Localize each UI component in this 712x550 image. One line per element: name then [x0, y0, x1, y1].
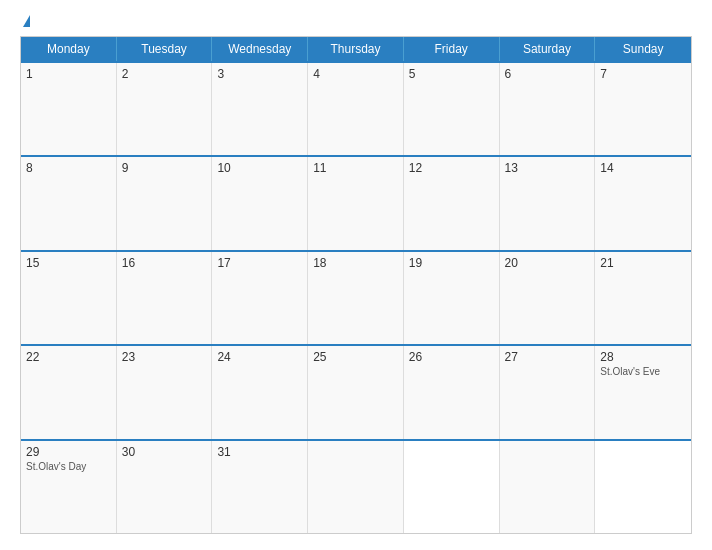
day-cell-3: 3	[212, 63, 308, 155]
day-cell-10: 10	[212, 157, 308, 249]
day-cell-5: 5	[404, 63, 500, 155]
day-cell-31: 31	[212, 441, 308, 533]
day-cell-16: 16	[117, 252, 213, 344]
day-cell-29: 29St.Olav's Day	[21, 441, 117, 533]
week-row-2: 891011121314	[21, 155, 691, 249]
day-cell-19: 19	[404, 252, 500, 344]
day-number: 1	[26, 67, 111, 81]
day-monday: Monday	[21, 37, 117, 61]
week-row-3: 15161718192021	[21, 250, 691, 344]
day-cell-2: 2	[117, 63, 213, 155]
day-thursday: Thursday	[308, 37, 404, 61]
empty-cell	[500, 441, 596, 533]
day-number: 4	[313, 67, 398, 81]
empty-cell	[595, 441, 691, 533]
weeks-container: 1234567891011121314151617181920212223242…	[21, 61, 691, 533]
day-number: 11	[313, 161, 398, 175]
day-cell-4: 4	[308, 63, 404, 155]
day-number: 2	[122, 67, 207, 81]
day-cell-22: 22	[21, 346, 117, 438]
logo-triangle-icon	[23, 15, 30, 27]
day-cell-28: 28St.Olav's Eve	[595, 346, 691, 438]
day-number: 23	[122, 350, 207, 364]
day-number: 17	[217, 256, 302, 270]
day-cell-18: 18	[308, 252, 404, 344]
day-number: 8	[26, 161, 111, 175]
day-number: 21	[600, 256, 686, 270]
day-number: 3	[217, 67, 302, 81]
day-cell-27: 27	[500, 346, 596, 438]
day-cell-7: 7	[595, 63, 691, 155]
day-number: 31	[217, 445, 302, 459]
day-number: 6	[505, 67, 590, 81]
day-cell-25: 25	[308, 346, 404, 438]
day-number: 15	[26, 256, 111, 270]
page: Monday Tuesday Wednesday Thursday Friday…	[0, 0, 712, 550]
day-cell-11: 11	[308, 157, 404, 249]
day-number: 10	[217, 161, 302, 175]
day-number: 28	[600, 350, 686, 364]
empty-cell	[308, 441, 404, 533]
day-wednesday: Wednesday	[212, 37, 308, 61]
logo	[20, 16, 30, 28]
day-number: 9	[122, 161, 207, 175]
day-number: 18	[313, 256, 398, 270]
day-number: 26	[409, 350, 494, 364]
day-number: 24	[217, 350, 302, 364]
week-row-1: 1234567	[21, 61, 691, 155]
day-number: 29	[26, 445, 111, 459]
day-number: 13	[505, 161, 590, 175]
day-cell-8: 8	[21, 157, 117, 249]
day-number: 25	[313, 350, 398, 364]
day-cell-6: 6	[500, 63, 596, 155]
day-cell-23: 23	[117, 346, 213, 438]
day-number: 12	[409, 161, 494, 175]
week-row-5: 29St.Olav's Day3031	[21, 439, 691, 533]
day-number: 20	[505, 256, 590, 270]
day-cell-9: 9	[117, 157, 213, 249]
day-cell-15: 15	[21, 252, 117, 344]
day-event: St.Olav's Eve	[600, 366, 686, 377]
days-header: Monday Tuesday Wednesday Thursday Friday…	[21, 37, 691, 61]
day-number: 30	[122, 445, 207, 459]
day-tuesday: Tuesday	[117, 37, 213, 61]
day-number: 16	[122, 256, 207, 270]
empty-cell	[404, 441, 500, 533]
day-sunday: Sunday	[595, 37, 691, 61]
day-cell-24: 24	[212, 346, 308, 438]
day-cell-1: 1	[21, 63, 117, 155]
day-number: 27	[505, 350, 590, 364]
day-number: 19	[409, 256, 494, 270]
week-row-4: 22232425262728St.Olav's Eve	[21, 344, 691, 438]
header	[20, 16, 692, 28]
day-cell-14: 14	[595, 157, 691, 249]
day-cell-20: 20	[500, 252, 596, 344]
day-number: 14	[600, 161, 686, 175]
day-saturday: Saturday	[500, 37, 596, 61]
day-cell-26: 26	[404, 346, 500, 438]
day-event: St.Olav's Day	[26, 461, 111, 472]
day-cell-30: 30	[117, 441, 213, 533]
day-friday: Friday	[404, 37, 500, 61]
day-cell-17: 17	[212, 252, 308, 344]
day-number: 5	[409, 67, 494, 81]
day-cell-12: 12	[404, 157, 500, 249]
day-number: 22	[26, 350, 111, 364]
day-number: 7	[600, 67, 686, 81]
day-cell-13: 13	[500, 157, 596, 249]
calendar: Monday Tuesday Wednesday Thursday Friday…	[20, 36, 692, 534]
day-cell-21: 21	[595, 252, 691, 344]
